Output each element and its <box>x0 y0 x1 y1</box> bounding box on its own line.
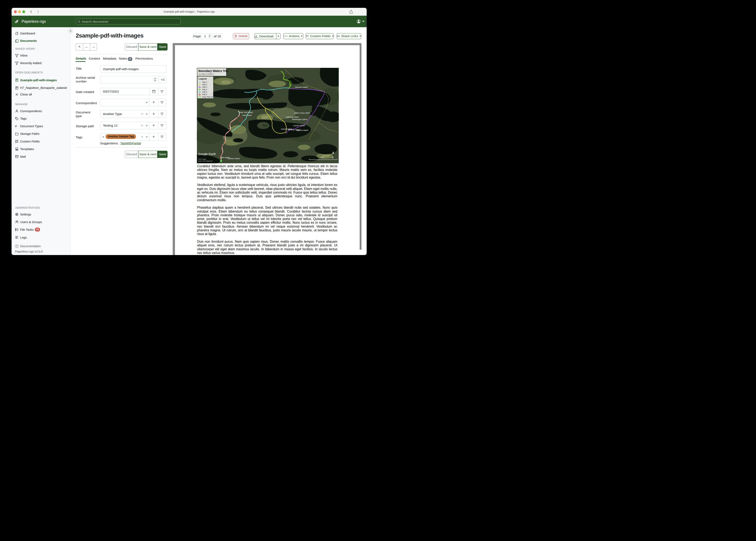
svg-text:Day 1: Day 1 <box>202 81 207 83</box>
svg-text:Squirrel Island: Squirrel Island <box>296 129 308 131</box>
svg-text:Text: Text <box>262 124 267 127</box>
svg-text:Half Dog Island: Half Dog Island <box>286 116 299 118</box>
svg-text:© 2017 Google: © 2017 Google <box>198 159 206 160</box>
svg-text:Day 2: Day 2 <box>202 83 207 85</box>
svg-text:Lincoln Island: Lincoln Island <box>293 124 305 126</box>
svg-text:Image © 2017 DigitalGlobe: Image © 2017 DigitalGlobe <box>198 161 213 162</box>
svg-text:Hausons Island: Hausons Island <box>295 86 308 88</box>
svg-text:N: N <box>332 156 334 159</box>
svg-text:Gary Island: Gary Island <box>242 114 252 116</box>
svg-text:Charlies Island: Charlies Island <box>227 158 240 160</box>
svg-text:Six days in BWCA: Six days in BWCA <box>198 73 214 75</box>
svg-text:Day 6: Day 6 <box>202 93 207 95</box>
svg-text:Boundary Waters Trip: Boundary Waters Trip <box>198 69 228 73</box>
svg-text:Google Earth: Google Earth <box>198 152 216 156</box>
svg-text:3 mi: 3 mi <box>321 156 324 158</box>
svg-text:Indian Grave Island: Indian Grave Island <box>294 112 310 114</box>
svg-text:Legend: Legend <box>198 78 207 80</box>
svg-text:New York Island: New York Island <box>240 111 253 113</box>
svg-text:Entry Point 24: Entry Point 24 <box>202 96 213 98</box>
svg-text:Day 3: Day 3 <box>202 86 207 88</box>
svg-text:Day 4: Day 4 <box>202 88 207 90</box>
svg-text:Washington Island: Washington Island <box>292 118 307 120</box>
svg-text:Day 5: Day 5 <box>202 91 207 93</box>
